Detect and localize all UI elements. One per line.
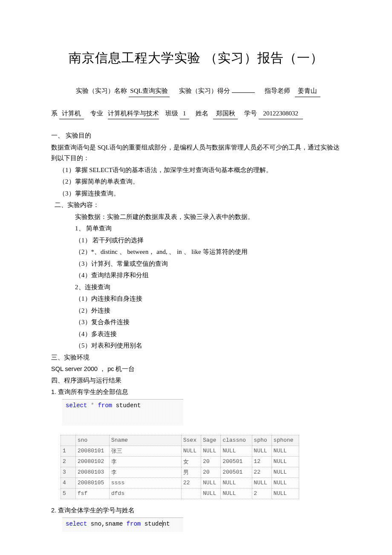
s2-q1-3: （3）计算列、常量或空值的查询 — [51, 259, 341, 270]
teacher-value: 姜青山 — [295, 86, 320, 97]
table-cell: 4 — [61, 477, 76, 488]
s2-q2-5: （5）对表和列使用别名 — [51, 340, 341, 351]
kw-cols-2: sno,sname — [91, 520, 123, 527]
table-cell: 22 — [252, 467, 271, 477]
table-cell: 200501 — [221, 467, 252, 477]
page-title: 南京信息工程大学实验 （实习）报告（一） — [51, 47, 341, 69]
table-cell: 张三 — [110, 446, 182, 456]
table-row: 320080103李男2020050122NULL — [61, 467, 299, 477]
sql-code-1: select * from student — [62, 399, 183, 426]
table-cell: dfds — [110, 489, 182, 499]
table-cell: 22 — [182, 477, 201, 488]
th-spho: spho — [252, 435, 271, 446]
kw-table-2b: n — [162, 520, 166, 527]
th-sno: sno — [76, 435, 110, 446]
sno-value: 20122308032 — [259, 108, 303, 120]
section-1-heading: 一、 实验目的 — [51, 130, 341, 141]
table-cell: 2 — [61, 456, 76, 467]
section-1-para: 数据查询语句是 SQL语句的重要组成部分，是编程人员与数据库管理人员必不可少的工… — [51, 142, 341, 164]
dept-value: 计算机 — [59, 108, 84, 120]
s2-q2-heading: 2、连接查询 — [51, 282, 341, 293]
kw-table-2c: t — [166, 520, 170, 527]
th-sphone: sphone — [271, 435, 299, 446]
table-cell: 12 — [252, 456, 271, 467]
s4-q1: 1. 查询所有学生的全部信息 — [51, 387, 341, 397]
table-cell: NULL — [201, 446, 221, 456]
meta-line-2: 系 计算机 专业 计算机科学与技术 班级 1 姓名 郑国秋 学号 2012230… — [51, 108, 341, 120]
kw-select-2: select — [66, 520, 87, 527]
table-cell: NULL — [252, 446, 271, 456]
page: 南京信息工程大学实验 （实习）报告（一） 实验（实习）名称 SQL查询实验 实验… — [0, 0, 392, 555]
s2-q1-4: （4）查询结果排序和分组 — [51, 270, 341, 281]
table-row: 420080105ssss22NULLNULLNULLNULL — [61, 477, 299, 488]
teacher-label: 指导老师 — [265, 87, 290, 94]
s2-q1-heading: 1、 简单查询 — [51, 223, 341, 234]
s1-item-3: （3）掌握连接查询。 — [51, 188, 341, 199]
table-cell: 20080103 — [76, 467, 110, 477]
s4-q2: 2. 查询全体学生的学号与姓名 — [51, 505, 341, 516]
meta-line-1: 实验（实习）名称 SQL查询实验 实验（实习）得分 指导老师 姜青山 — [51, 86, 341, 97]
s1-item-1: （1）掌握 SELECT语句的基本语法，加深学生对查询语句基本概念的理解。 — [51, 165, 341, 176]
table-cell: NULL — [271, 467, 299, 477]
section-2-heading: 二、实验内容： — [51, 200, 341, 211]
table-cell: 女 — [182, 456, 201, 467]
table-cell: NULL — [221, 489, 252, 499]
kw-star: * — [91, 402, 94, 409]
s2-q2-2: （2）外连接 — [51, 305, 341, 316]
s2-q2-4: （4）多表连接 — [51, 329, 341, 340]
s1-item-2: （2）掌握简单的单表查询。 — [51, 176, 341, 187]
table-cell: 20080105 — [76, 477, 110, 488]
table-cell: NULL — [221, 477, 252, 488]
table-cell: 2 — [252, 489, 271, 499]
section-3-heading: 三、实验环境 — [51, 352, 341, 363]
major-label: 专业 — [90, 110, 103, 117]
table-cell: ssss — [110, 477, 182, 488]
th-sname: Sname — [110, 435, 182, 446]
table-cell: 3 — [61, 467, 76, 477]
table-cell: 20 — [201, 456, 221, 467]
section-2-para: 实验数据：实验二所建的数据库及表，实验三录入表中的数据。 — [51, 212, 341, 223]
table-row: 5fsfdfdsNULLNULL2NULL — [61, 489, 299, 499]
s2-q1-2: （2）*、distinc 、 between， and, 、 in 、 like… — [51, 247, 341, 258]
table-row: 220080102李女2020050112NULL — [61, 456, 299, 467]
table-cell: 1 — [61, 446, 76, 456]
kw-from-2: from — [127, 520, 141, 527]
table-row: 120080101张三NULLNULLNULLNULLNULL — [61, 446, 299, 456]
class-label: 班级 — [165, 110, 178, 117]
table-cell: NULL — [201, 489, 221, 499]
table-header-row: sno Sname Ssex Sage classno spho sphone — [61, 435, 299, 446]
th-ssex: Ssex — [182, 435, 201, 446]
section-4-heading: 四、程序源码与运行结果 — [51, 375, 341, 386]
score-value — [232, 92, 255, 93]
table-cell: NULL — [252, 477, 271, 488]
score-label: 实验（实习）得分 — [179, 87, 230, 94]
s2-q2-3: （3）复合条件连接 — [51, 317, 341, 328]
table-cell: 男 — [182, 467, 201, 477]
table-cell: NULL — [271, 477, 299, 488]
kw-table-2a: stude — [144, 520, 162, 527]
sql-code-2: select sno,sname from student — [62, 518, 183, 532]
th-sage: Sage — [201, 435, 221, 446]
s2-q1-1: （1） 若干列或行的选择 — [51, 235, 341, 246]
s2-q2-1: （1）内连接和自身连接 — [51, 293, 341, 305]
table-cell: fsf — [76, 489, 110, 499]
table-cell: 李 — [110, 467, 182, 477]
stuname-label: 姓名 — [196, 110, 208, 117]
table-cell: 20080102 — [76, 456, 110, 467]
table-cell: NULL — [271, 456, 299, 467]
name-label: 实验（实习）名称 — [76, 87, 127, 94]
stuname-value: 郑国秋 — [213, 108, 238, 120]
table-cell: 200501 — [221, 456, 252, 467]
kw-select: select — [66, 402, 87, 409]
content: 一、 实验目的 数据查询语句是 SQL语句的重要组成部分，是编程人员与数据库管理… — [51, 130, 341, 532]
result-table-1: sno Sname Ssex Sage classno spho sphone … — [61, 435, 299, 500]
table-cell — [182, 489, 201, 499]
class-value: 1 — [180, 108, 189, 120]
table-cell: 20 — [201, 467, 221, 477]
table-cell: NULL — [271, 446, 299, 456]
th-classno: classno — [221, 435, 252, 446]
name-value: SQL查询实验 — [129, 86, 170, 97]
table-cell: 李 — [110, 456, 182, 467]
kw-table: student — [116, 402, 141, 409]
table-cell: NULL — [182, 446, 201, 456]
